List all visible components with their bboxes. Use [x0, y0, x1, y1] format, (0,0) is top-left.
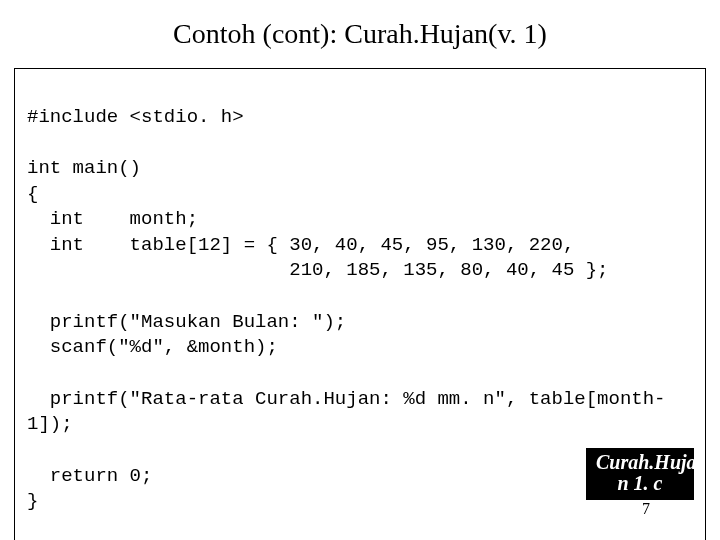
filename-label-line2: n 1. c — [596, 473, 684, 494]
code-line: int month; — [27, 208, 198, 230]
slide-title: Contoh (cont): Curah.Hujan(v. 1) — [0, 0, 720, 62]
code-line: return 0; — [27, 465, 152, 487]
code-line: { — [27, 183, 38, 205]
code-line: 1]); — [27, 413, 73, 435]
code-line: #include <stdio. h> — [27, 106, 244, 128]
code-line: printf("Rata-rata Curah.Hujan: %d mm. n"… — [27, 388, 666, 410]
code-line: 210, 185, 135, 80, 40, 45 }; — [27, 259, 609, 281]
filename-label: Curah.Huja n 1. c — [586, 448, 694, 500]
code-line: scanf("%d", &month); — [27, 336, 278, 358]
code-line: int table[12] = { 30, 40, 45, 95, 130, 2… — [27, 234, 574, 256]
code-line: printf("Masukan Bulan: "); — [27, 311, 346, 333]
code-line: int main() — [27, 157, 141, 179]
slide: Contoh (cont): Curah.Hujan(v. 1) #includ… — [0, 0, 720, 540]
page-number: 7 — [642, 500, 650, 518]
code-line: } — [27, 490, 38, 512]
filename-label-line1: Curah.Huja — [596, 452, 684, 473]
